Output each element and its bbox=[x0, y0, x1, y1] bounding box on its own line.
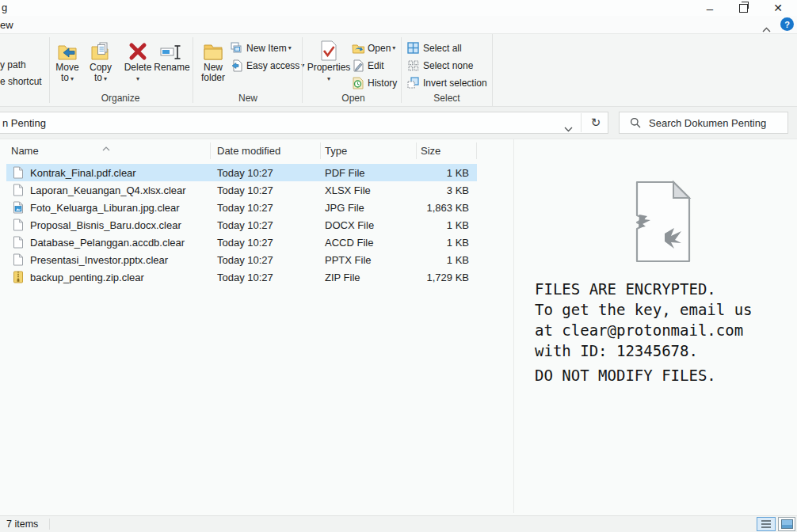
file-row[interactable]: Kontrak_Final.pdf.clear Today 10:27 PDF … bbox=[6, 164, 477, 181]
new-item-icon bbox=[230, 42, 243, 55]
tab-view[interactable]: ew bbox=[0, 19, 13, 31]
select-all-label: Select all bbox=[423, 43, 462, 54]
file-size: 1,863 KB bbox=[427, 202, 470, 214]
window-title: g bbox=[2, 2, 7, 13]
rename-button[interactable]: Rename bbox=[154, 37, 190, 97]
file-name: Laporan_Keuangan_Q4.xlsx.clear bbox=[30, 184, 186, 196]
search-box[interactable] bbox=[619, 112, 788, 134]
file-type: PPTX File bbox=[325, 254, 372, 266]
minimize-button[interactable]: – bbox=[696, 0, 724, 16]
close-button[interactable]: ✕ bbox=[764, 0, 792, 16]
file-size: 1 KB bbox=[447, 167, 469, 179]
file-date: Today 10:27 bbox=[217, 202, 273, 214]
column-divider[interactable] bbox=[210, 142, 211, 159]
file-type: JPG File bbox=[325, 202, 364, 214]
status-bar: 7 items bbox=[0, 515, 797, 532]
search-icon bbox=[630, 117, 641, 128]
dropdown-caret-icon: ▾ bbox=[71, 75, 74, 82]
column-divider[interactable] bbox=[320, 142, 321, 159]
file-row[interactable]: Foto_Keluarga_Liburan.jpg.clear Today 10… bbox=[6, 199, 477, 216]
refresh-button[interactable]: ↻ bbox=[584, 115, 608, 131]
easy-access-button[interactable]: Easy access ▾ bbox=[230, 57, 304, 74]
copy-path-button[interactable]: y path bbox=[0, 59, 26, 70]
document-icon bbox=[13, 218, 24, 231]
file-row[interactable]: Database_Pelanggan.accdb.clear Today 10:… bbox=[6, 234, 477, 251]
file-name: Kontrak_Final.pdf.clear bbox=[30, 167, 136, 179]
invert-selection-icon bbox=[406, 77, 420, 89]
large-icons-view-button[interactable] bbox=[778, 517, 795, 531]
select-all-icon bbox=[406, 42, 420, 55]
delete-button[interactable]: Delete▾ bbox=[120, 37, 155, 97]
item-count: 7 items bbox=[6, 519, 38, 530]
status-divider bbox=[49, 519, 50, 530]
dropdown-caret-icon: ▾ bbox=[288, 44, 292, 51]
address-bar[interactable]: n Penting ↻ bbox=[0, 112, 608, 134]
column-divider[interactable] bbox=[416, 142, 417, 159]
rename-icon bbox=[160, 37, 184, 61]
new-folder-button[interactable]: New folder bbox=[196, 37, 230, 97]
title-bar: g – ✕ bbox=[0, 0, 797, 16]
rename-label: Rename bbox=[154, 63, 189, 73]
column-divider[interactable] bbox=[476, 142, 477, 159]
explorer-window: g – ✕ ew ? y path e shortcut Move to▾ Co… bbox=[0, 0, 797, 532]
history-label: History bbox=[368, 78, 397, 89]
column-header-size[interactable]: Size bbox=[421, 145, 440, 157]
group-separator bbox=[49, 37, 50, 103]
document-icon bbox=[13, 184, 24, 196]
address-dropdown-chevron-icon[interactable] bbox=[564, 121, 573, 135]
file-row[interactable]: backup_penting.zip.clear Today 10:27 ZIP… bbox=[6, 268, 477, 286]
move-to-button[interactable]: Move to▾ bbox=[51, 37, 84, 97]
pane-divider bbox=[513, 139, 514, 513]
history-icon bbox=[351, 77, 364, 89]
file-date: Today 10:27 bbox=[217, 184, 273, 196]
group-separator bbox=[401, 37, 402, 103]
new-item-label: New Item bbox=[246, 43, 287, 54]
copy-to-icon bbox=[90, 37, 111, 61]
ransom-line: DO NOT MODIFY FILES. bbox=[535, 365, 753, 386]
move-to-label: Move to bbox=[55, 62, 78, 83]
easy-access-label: Easy access bbox=[246, 60, 299, 71]
ransom-line: with ID: 12345678. bbox=[535, 340, 753, 361]
properties-button[interactable]: Properties▾ bbox=[309, 37, 349, 97]
edit-button[interactable]: Edit bbox=[351, 57, 384, 74]
edit-label: Edit bbox=[368, 60, 384, 71]
document-icon bbox=[13, 253, 24, 266]
restore-icon bbox=[739, 4, 748, 13]
dropdown-caret-icon: ▾ bbox=[124, 74, 152, 84]
file-row[interactable]: Proposal_Bisnis_Baru.docx.clear Today 10… bbox=[6, 216, 477, 234]
file-date: Today 10:27 bbox=[217, 237, 273, 249]
search-input[interactable] bbox=[647, 116, 777, 130]
details-view-button[interactable] bbox=[757, 517, 776, 531]
file-name: backup_penting.zip.clear bbox=[30, 272, 144, 283]
move-to-icon bbox=[57, 37, 78, 61]
file-name: Foto_Keluarga_Liburan.jpg.clear bbox=[30, 202, 180, 214]
column-header-name[interactable]: Name bbox=[11, 145, 39, 157]
help-button[interactable]: ? bbox=[780, 17, 794, 31]
open-button[interactable]: Open ▾ bbox=[351, 40, 395, 56]
column-header-row: Name Date modified Type Size bbox=[0, 139, 513, 162]
group-separator bbox=[193, 37, 193, 103]
ribbon-tab-row: ew ? bbox=[0, 16, 797, 34]
address-path[interactable]: n Penting bbox=[2, 117, 46, 129]
delete-icon bbox=[128, 37, 147, 61]
properties-label: Properties bbox=[307, 62, 351, 73]
column-header-type[interactable]: Type bbox=[325, 145, 347, 157]
invert-selection-button[interactable]: Invert selection bbox=[406, 74, 487, 91]
restore-button[interactable] bbox=[729, 0, 757, 16]
invert-selection-label: Invert selection bbox=[423, 78, 487, 89]
open-icon bbox=[351, 42, 364, 55]
history-button[interactable]: History bbox=[351, 74, 397, 91]
copy-to-button[interactable]: Copy to▾ bbox=[84, 37, 117, 97]
column-header-date-modified[interactable]: Date modified bbox=[217, 145, 280, 157]
new-item-button[interactable]: New Item ▾ bbox=[230, 40, 292, 56]
open-label: Open bbox=[368, 43, 391, 54]
file-row[interactable]: Laporan_Keuangan_Q4.xlsx.clear Today 10:… bbox=[6, 181, 477, 199]
file-row[interactable]: Presentasi_Investor.pptx.clear Today 10:… bbox=[6, 251, 477, 268]
properties-icon bbox=[320, 37, 337, 61]
paste-shortcut-button[interactable]: e shortcut bbox=[0, 76, 42, 87]
select-all-button[interactable]: Select all bbox=[406, 40, 462, 56]
file-date: Today 10:27 bbox=[217, 272, 273, 283]
dropdown-caret-icon: ▾ bbox=[307, 74, 351, 84]
file-date: Today 10:27 bbox=[217, 219, 273, 231]
select-none-button[interactable]: Select none bbox=[406, 57, 473, 74]
